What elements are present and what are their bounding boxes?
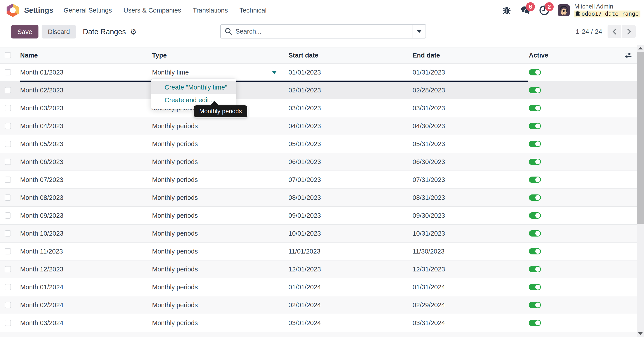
- row-checkbox[interactable]: [5, 87, 11, 93]
- cell-end-date[interactable]: 03/31/2024: [412, 319, 529, 327]
- scrollbar-down-arrow[interactable]: [637, 330, 644, 337]
- active-toggle[interactable]: [529, 302, 541, 308]
- cell-end-date[interactable]: 01/31/2023: [412, 69, 529, 76]
- cell-type[interactable]: Monthly periods: [152, 176, 288, 183]
- table-row[interactable]: Month 10/2023Monthly periods10/01/202310…: [0, 225, 637, 243]
- cell-start-date[interactable]: 12/01/2023: [288, 266, 412, 273]
- scrollbar-up-arrow[interactable]: [637, 45, 644, 52]
- row-checkbox[interactable]: [5, 194, 11, 201]
- cell-start-date[interactable]: 05/01/2023: [288, 140, 412, 148]
- cell-start-date[interactable]: 03/01/2024: [288, 319, 412, 327]
- table-row[interactable]: Month 06/2023Monthly periods06/01/202306…: [0, 153, 637, 171]
- cell-end-date[interactable]: 06/30/2023: [412, 158, 529, 166]
- save-button[interactable]: Save: [11, 25, 38, 39]
- cell-name[interactable]: Month 03/2023: [20, 105, 152, 112]
- cell-end-date[interactable]: 11/30/2023: [412, 248, 529, 255]
- cell-name[interactable]: Month 12/2023: [20, 266, 152, 273]
- type-dropdown-caret-icon[interactable]: [272, 71, 277, 74]
- active-toggle[interactable]: [529, 194, 541, 201]
- row-checkbox[interactable]: [5, 177, 11, 183]
- row-checkbox[interactable]: [5, 320, 11, 326]
- cell-start-date[interactable]: 08/01/2023: [288, 194, 412, 201]
- cell-name[interactable]: Month 07/2023: [20, 176, 152, 183]
- row-checkbox[interactable]: [5, 248, 11, 254]
- cell-end-date[interactable]: 12/31/2023: [412, 266, 529, 273]
- table-row[interactable]: Month 07/2023Monthly periods07/01/202307…: [0, 171, 637, 189]
- row-checkbox[interactable]: [5, 230, 11, 236]
- cell-name[interactable]: Month 02/2023: [20, 87, 152, 94]
- table-row[interactable]: Month 03/2023Monthly periods03/01/202303…: [0, 99, 637, 117]
- cell-end-date[interactable]: 10/31/2023: [412, 230, 529, 237]
- cell-end-date[interactable]: 08/31/2023: [412, 194, 529, 201]
- cell-name[interactable]: Month 03/2024: [20, 319, 152, 327]
- cell-name[interactable]: Month 01/2024: [20, 283, 152, 291]
- cell-name[interactable]: Month 11/2023: [20, 248, 152, 255]
- cell-end-date[interactable]: 05/31/2023: [412, 140, 529, 148]
- cell-type[interactable]: Monthly periods: [152, 283, 288, 291]
- cell-type[interactable]: Monthly periods: [152, 194, 288, 201]
- table-row[interactable]: Month 05/2023Monthly periods05/01/202305…: [0, 135, 637, 153]
- cell-start-date[interactable]: 03/01/2023: [288, 105, 412, 112]
- cell-start-date[interactable]: 02/01/2023: [288, 87, 412, 94]
- cell-name[interactable]: Month 01/2023: [20, 69, 152, 76]
- scrollbar-thumb[interactable]: [637, 52, 644, 224]
- discard-button[interactable]: Discard: [42, 25, 76, 39]
- dropdown-item-create[interactable]: Create "Monthly time": [151, 81, 236, 94]
- cell-end-date[interactable]: 07/31/2023: [412, 176, 529, 183]
- cell-type[interactable]: Monthly periods: [152, 158, 288, 166]
- table-row[interactable]: Month 02/2023Monthly periods02/01/202302…: [0, 82, 637, 99]
- cell-name[interactable]: Month 05/2023: [20, 140, 152, 148]
- table-row[interactable]: Month 11/2023Monthly periods11/01/202311…: [0, 243, 637, 260]
- cell-type[interactable]: Monthly periods: [152, 266, 288, 273]
- row-checkbox[interactable]: [5, 284, 11, 290]
- table-row[interactable]: Month 01/2023Monthly time01/01/202301/31…: [0, 64, 637, 82]
- cell-end-date[interactable]: 03/31/2023: [412, 105, 529, 112]
- table-row[interactable]: Month 03/2024Monthly periods03/01/202403…: [0, 314, 637, 332]
- active-toggle[interactable]: [529, 87, 541, 93]
- cell-type[interactable]: Monthly periods: [152, 248, 288, 255]
- cell-start-date[interactable]: 01/01/2023: [288, 69, 412, 76]
- cell-start-date[interactable]: 01/01/2024: [288, 283, 412, 291]
- cell-end-date[interactable]: 09/30/2023: [412, 212, 529, 219]
- row-checkbox[interactable]: [5, 123, 11, 129]
- row-checkbox[interactable]: [5, 105, 11, 111]
- cell-name[interactable]: Month 09/2023: [20, 212, 152, 219]
- table-row[interactable]: Month 02/2024Monthly periods02/01/202402…: [0, 296, 637, 314]
- active-toggle[interactable]: [529, 248, 541, 254]
- cell-type[interactable]: Monthly periods: [152, 122, 288, 130]
- row-checkbox[interactable]: [5, 141, 11, 147]
- cell-type[interactable]: Monthly time: [152, 69, 288, 76]
- active-toggle[interactable]: [529, 266, 541, 272]
- active-toggle[interactable]: [529, 177, 541, 183]
- cell-name[interactable]: Month 06/2023: [20, 158, 152, 166]
- column-header-start[interactable]: Start date: [288, 52, 412, 59]
- active-toggle[interactable]: [529, 212, 541, 219]
- search-filters-caret[interactable]: [412, 25, 426, 38]
- select-all-checkbox[interactable]: [5, 52, 11, 58]
- active-toggle[interactable]: [529, 141, 541, 147]
- cell-start-date[interactable]: 02/01/2024: [288, 301, 412, 309]
- active-toggle[interactable]: [529, 159, 541, 165]
- column-header-name[interactable]: Name: [20, 52, 152, 59]
- cell-type[interactable]: Monthly periods: [152, 140, 288, 148]
- cell-type[interactable]: Monthly periods: [152, 212, 288, 219]
- pager-next-button[interactable]: [622, 25, 636, 38]
- search-bar[interactable]: Search...: [220, 24, 426, 39]
- active-toggle[interactable]: [529, 105, 541, 111]
- optional-columns-button[interactable]: [624, 50, 637, 60]
- cell-type[interactable]: Monthly periods: [152, 230, 288, 237]
- cell-start-date[interactable]: 04/01/2023: [288, 122, 412, 130]
- row-checkbox[interactable]: [5, 266, 11, 272]
- cell-type[interactable]: Monthly periods: [152, 319, 288, 327]
- cell-name[interactable]: Month 08/2023: [20, 194, 152, 201]
- cell-end-date[interactable]: 02/28/2023: [412, 87, 529, 94]
- cell-type[interactable]: Monthly periods: [152, 301, 288, 309]
- table-row[interactable]: Month 04/2023Monthly periods04/01/202304…: [0, 117, 637, 135]
- row-checkbox[interactable]: [5, 69, 11, 75]
- cell-start-date[interactable]: 10/01/2023: [288, 230, 412, 237]
- active-toggle[interactable]: [529, 320, 541, 326]
- active-toggle[interactable]: [529, 123, 541, 129]
- pager-previous-button[interactable]: [608, 25, 622, 38]
- vertical-scrollbar[interactable]: [637, 45, 644, 337]
- row-checkbox[interactable]: [5, 302, 11, 308]
